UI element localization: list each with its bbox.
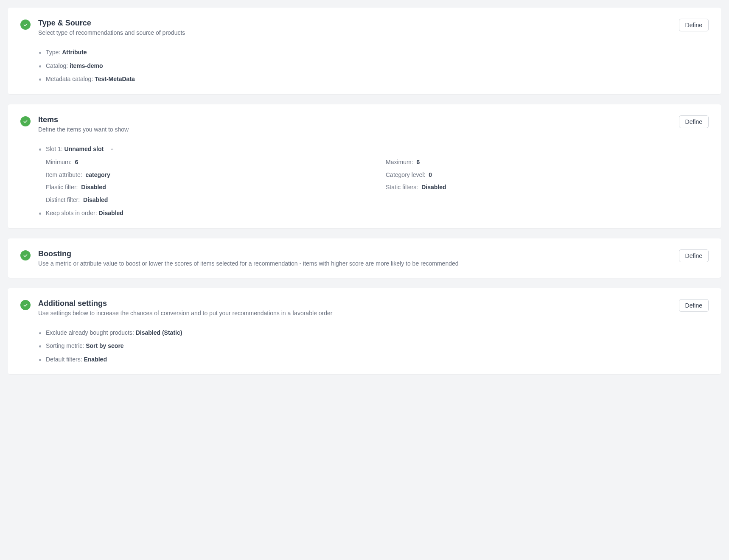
define-button[interactable]: Define xyxy=(679,19,709,31)
type-source-card: Type & Source Select type of recommendat… xyxy=(8,8,721,94)
list-item: Metadata catalog: Test-MetaData xyxy=(38,76,709,83)
label: Catalog: xyxy=(46,62,70,69)
summary-list: Exclude already bought products: Disable… xyxy=(38,329,709,364)
value: Attribute xyxy=(62,49,87,56)
section-title: Type & Source xyxy=(38,19,670,28)
slot-prop-maximum: Maximum: 6 xyxy=(386,159,709,166)
card-head: Additional settings Use settings below t… xyxy=(20,299,709,316)
define-button[interactable]: Define xyxy=(679,115,709,128)
section-title: Boosting xyxy=(38,249,670,258)
card-body: Exclude already bought products: Disable… xyxy=(38,329,709,364)
label: Keep slots in order: xyxy=(46,210,99,216)
slot-list-item: Slot 1: Unnamed slot Minimum: 6 Maximum:… xyxy=(38,146,709,204)
label: Exclude already bought products: xyxy=(46,329,136,336)
card-body: Slot 1: Unnamed slot Minimum: 6 Maximum:… xyxy=(38,146,709,217)
slot-prop-distinct-filter: Distinct filter: Disabled xyxy=(46,196,369,204)
label: Minimum: xyxy=(46,159,72,165)
value: Sort by score xyxy=(86,342,123,349)
slot-prop-static-filters: Static filters: Disabled xyxy=(386,184,709,191)
chevron-up-icon[interactable] xyxy=(109,147,115,152)
list-item: Default filters: Enabled xyxy=(38,356,709,364)
label: Item attribute: xyxy=(46,171,82,178)
summary-list: Slot 1: Unnamed slot Minimum: 6 Maximum:… xyxy=(38,146,709,217)
slot-prop-item-attribute: Item attribute: category xyxy=(46,171,369,179)
summary-list: Type: Attribute Catalog: items-demo Meta… xyxy=(38,49,709,83)
list-item: Sorting metric: Sort by score xyxy=(38,342,709,350)
value: 6 xyxy=(75,159,79,165)
value: 0 xyxy=(429,171,432,178)
label: Slot 1: xyxy=(46,146,64,152)
value: items-demo xyxy=(70,62,103,69)
section-title: Additional settings xyxy=(38,299,670,308)
card-head: Type & Source Select type of recommendat… xyxy=(20,19,709,36)
label: Type: xyxy=(46,49,62,56)
slot-name: Unnamed slot xyxy=(64,146,104,152)
label: Distinct filter: xyxy=(46,196,80,203)
value: Enabled xyxy=(84,356,107,363)
items-card: Items Define the items you want to show … xyxy=(8,104,721,228)
value: Test-MetaData xyxy=(95,76,135,82)
list-item: Type: Attribute xyxy=(38,49,709,56)
section-subtitle: Select type of recommendations and sourc… xyxy=(38,29,670,36)
section-subtitle: Define the items you want to show xyxy=(38,126,670,133)
label: Maximum: xyxy=(386,159,413,165)
label: Elastic filter: xyxy=(46,184,78,190)
value: Disabled xyxy=(421,184,446,190)
slot-details: Minimum: 6 Maximum: 6 Item attribute: ca… xyxy=(46,159,709,204)
card-head-text: Items Define the items you want to show xyxy=(38,115,670,133)
list-item: Catalog: items-demo xyxy=(38,62,709,70)
card-head-text: Boosting Use a metric or attribute value… xyxy=(38,249,670,267)
define-button[interactable]: Define xyxy=(679,299,709,312)
check-circle-icon xyxy=(20,20,31,30)
check-circle-icon xyxy=(20,300,31,310)
boosting-card: Boosting Use a metric or attribute value… xyxy=(8,238,721,278)
slot-prop-minimum: Minimum: 6 xyxy=(46,159,369,166)
card-head-text: Additional settings Use settings below t… xyxy=(38,299,670,316)
section-subtitle: Use settings below to increase the chanc… xyxy=(38,310,670,316)
check-circle-icon xyxy=(20,116,31,126)
define-button[interactable]: Define xyxy=(679,249,709,262)
value: Disabled xyxy=(81,184,106,190)
additional-settings-card: Additional settings Use settings below t… xyxy=(8,288,721,375)
check-circle-icon xyxy=(20,250,31,260)
list-item: Keep slots in order: Disabled xyxy=(38,210,709,217)
value: 6 xyxy=(416,159,420,165)
value: Disabled (Static) xyxy=(136,329,182,336)
label: Static filters: xyxy=(386,184,418,190)
list-item: Exclude already bought products: Disable… xyxy=(38,329,709,337)
card-head-text: Type & Source Select type of recommendat… xyxy=(38,19,670,36)
label: Sorting metric: xyxy=(46,342,86,349)
value: Disabled xyxy=(83,196,108,203)
card-head: Items Define the items you want to show … xyxy=(20,115,709,133)
value: Disabled xyxy=(99,210,123,216)
label: Metadata catalog: xyxy=(46,76,95,82)
label: Default filters: xyxy=(46,356,84,363)
label: Category level: xyxy=(386,171,425,178)
section-title: Items xyxy=(38,115,670,124)
card-body: Type: Attribute Catalog: items-demo Meta… xyxy=(38,49,709,83)
section-subtitle: Use a metric or attribute value to boost… xyxy=(38,260,670,267)
slot-prop-elastic-filter: Elastic filter: Disabled xyxy=(46,184,369,191)
value: category xyxy=(85,171,110,178)
card-head: Boosting Use a metric or attribute value… xyxy=(20,249,709,267)
slot-prop-category-level: Category level: 0 xyxy=(386,171,709,179)
